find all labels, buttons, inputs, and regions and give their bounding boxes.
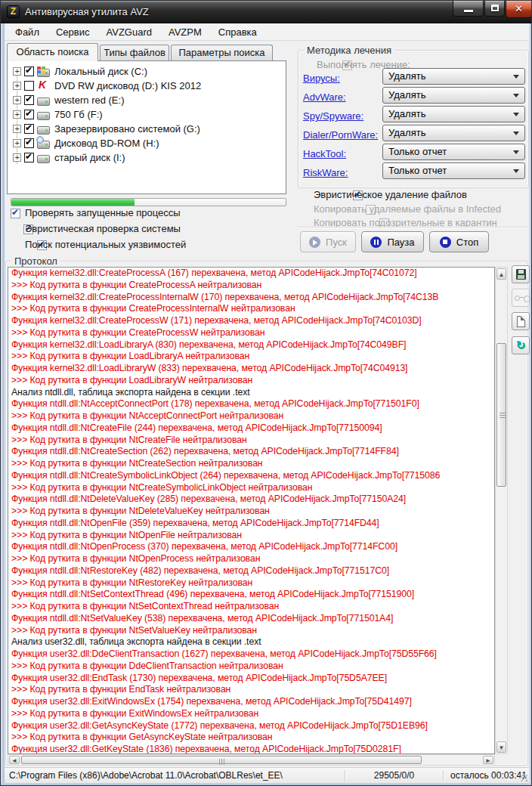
status-counter: 29505/0/0 <box>345 770 443 781</box>
pause-button[interactable]: Пауза <box>361 231 424 252</box>
tree-item-drive-f[interactable]: 750 Гб (F:) <box>8 109 286 122</box>
log-line: Анализ ntdll.dll, таблица экспорта найде… <box>8 387 494 399</box>
log-line: >>> Код руткита в функции CreateProcessA… <box>8 280 494 292</box>
minimize-icon <box>464 10 473 12</box>
save-log-button[interactable] <box>512 265 530 283</box>
tab-search-params[interactable]: Параметры поиска <box>171 45 273 61</box>
drive-tree: Локальный диск (C:) K DVD RW дисковод (D… <box>7 60 286 194</box>
tree-item-drive-e[interactable]: western red (E:) <box>8 94 286 107</box>
log-line: Функция kernel32.dll:CreateProcessA (167… <box>8 268 494 280</box>
log-line: >>> Код руткита в функции NtOpenProcess … <box>8 553 494 565</box>
link-viruses[interactable]: Вирусы: <box>303 73 340 84</box>
tree-item-label: старый диск (I:) <box>54 152 125 163</box>
combo-dialer[interactable]: Удалять <box>382 125 525 141</box>
script-button[interactable] <box>512 336 530 354</box>
combo-riskware[interactable]: Только отчет <box>382 162 525 179</box>
log-line: Функция ntdll.dll:NtOpenProcess (370) пе… <box>8 541 494 553</box>
link-hacktool[interactable]: HackTool: <box>303 148 346 159</box>
expand-icon[interactable] <box>13 67 21 76</box>
start-button-label: Пуск <box>326 237 347 248</box>
expand-icon[interactable] <box>13 110 21 119</box>
log-line: Функция kernel32.dll:CreateProcessW (171… <box>8 315 494 327</box>
tree-checkbox[interactable] <box>24 95 34 105</box>
log-line: >>> Код руткита в функции NtCreateFile н… <box>8 435 494 447</box>
log-line: >>> Код руткита в функции GetAsyncKeySta… <box>8 732 494 744</box>
hard-drive-icon <box>37 153 51 163</box>
chevron-down-icon <box>513 132 519 138</box>
log-line: Функция ntdll.dll:NtDeleteValueKey (285)… <box>8 494 494 506</box>
tree-item-drive-h[interactable]: Дисковод BD-ROM (H:) <box>8 138 286 150</box>
chevron-down-icon <box>513 169 519 176</box>
copy-infected-label: Копировать удаляемые файлы в Infected <box>314 203 501 215</box>
log-line: Функция ntdll.dll:NtOpenFile (359) перех… <box>8 518 494 530</box>
scroll-down-arrow[interactable]: ▼ <box>496 741 506 753</box>
new-document-icon <box>517 316 525 327</box>
stop-button[interactable]: Стоп <box>429 231 489 252</box>
combo-viruses[interactable]: Удалять <box>382 68 525 85</box>
close-button[interactable] <box>506 1 532 18</box>
maximize-button[interactable] <box>484 1 505 17</box>
combo-value: Только отчет <box>388 146 447 157</box>
kaspersky-disc-icon: K <box>37 81 51 91</box>
status-time-remaining: осталось 00:03:41 <box>450 770 527 781</box>
window-border-right <box>529 23 532 783</box>
log-line: Функция ntdll.dll:NtSetValueKey (538) пе… <box>8 613 494 625</box>
combo-advware[interactable]: Удалять <box>382 87 525 104</box>
tree-item-label: DVD RW дисковод (D:) KIS 2012 <box>54 80 201 91</box>
tree-checkbox[interactable] <box>24 110 34 119</box>
chevron-down-icon <box>513 150 519 157</box>
protocol-log[interactable]: Функция kernel32.dll:CreateProcessA (167… <box>8 267 495 754</box>
menu-avzguard[interactable]: AVZGuard <box>104 25 155 39</box>
tree-item-drive-i[interactable]: старый диск (I:) <box>8 152 286 165</box>
log-line: >>> Код руткита в функции EndTask нейтра… <box>8 684 494 696</box>
scroll-right-arrow[interactable]: ► <box>483 756 493 764</box>
pause-icon <box>370 237 382 248</box>
hard-drive-icon <box>37 124 51 135</box>
link-spyware[interactable]: Spy/Spyware: <box>303 110 363 122</box>
check-scan-processes[interactable] <box>11 209 20 218</box>
tree-checkbox[interactable] <box>24 153 34 162</box>
tree-item-drive-g[interactable]: Зарезервировано системой (G:) <box>8 123 286 136</box>
tree-checkbox[interactable] <box>24 67 34 76</box>
expand-icon[interactable] <box>13 82 21 90</box>
log-line: Функция ntdll.dll:NtCreateFile (244) пер… <box>8 422 494 435</box>
log-line: >>> Код руткита в функции NtSetContextTh… <box>8 601 494 613</box>
expand-icon[interactable] <box>13 96 21 104</box>
menu-avzpm[interactable]: AVZPM <box>165 25 205 39</box>
vertical-scroll-thumb[interactable] <box>496 343 506 487</box>
tree-checkbox[interactable] <box>24 138 34 148</box>
menu-service[interactable]: Сервис <box>53 25 93 39</box>
log-vertical-scrollbar[interactable]: ▲ ▼ <box>495 267 508 754</box>
minimize-button[interactable] <box>453 1 484 17</box>
link-dialer[interactable]: Dialer/PornWare: <box>303 129 378 141</box>
expand-icon[interactable] <box>13 153 21 162</box>
log-line: Функция kernel32.dll:LoadLibraryW (833) … <box>8 363 494 375</box>
scroll-left-arrow[interactable]: ◄ <box>9 756 20 764</box>
expand-icon[interactable] <box>13 139 21 147</box>
link-riskware[interactable]: RiskWare: <box>303 167 348 178</box>
log-line: Функция user32.dll:EndTask (1730) перехв… <box>8 673 494 685</box>
title-bar: Z Антивирусная утилита AVZ <box>1 1 532 23</box>
avz-window: Z Антивирусная утилита AVZ Файл Сервис A… <box>0 0 532 786</box>
menu-help[interactable]: Справка <box>215 25 260 39</box>
hard-drive-icon <box>37 95 51 106</box>
combo-spyware[interactable]: Удалять <box>382 106 525 122</box>
menu-file[interactable]: Файл <box>12 25 42 39</box>
log-line: Анализ user32.dll, таблица экспорта найд… <box>8 636 494 648</box>
tree-checkbox[interactable] <box>24 124 34 134</box>
tree-item-drive-d[interactable]: K DVD RW дисковод (D:) KIS 2012 <box>8 80 286 93</box>
link-advware[interactable]: AdvWare: <box>303 91 346 103</box>
combo-hacktool[interactable]: Только отчет <box>382 144 525 160</box>
horizontal-scroll-thumb[interactable] <box>21 756 422 764</box>
resize-grip[interactable] <box>520 774 527 781</box>
tree-item-drive-c[interactable]: Локальный диск (C:) <box>8 66 286 79</box>
tab-search-area[interactable]: Область поиска <box>7 43 98 61</box>
scroll-up-arrow[interactable]: ▲ <box>496 268 506 280</box>
status-bar: C:\Program Files (x86)\Adobe\Acrobat 11.… <box>5 767 529 783</box>
clear-log-button[interactable] <box>512 312 530 330</box>
tree-checkbox[interactable] <box>24 81 34 91</box>
log-horizontal-scrollbar[interactable]: ◄ ► <box>8 754 495 766</box>
tab-file-types[interactable]: Типы файлов <box>100 45 169 61</box>
log-line: Функция ntdll.dll:NtRestoreKey (482) пер… <box>8 565 494 577</box>
expand-icon[interactable] <box>13 125 21 133</box>
